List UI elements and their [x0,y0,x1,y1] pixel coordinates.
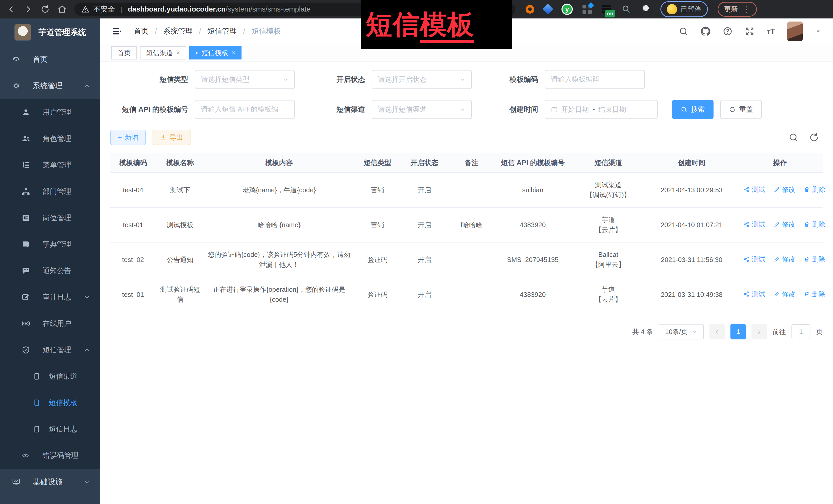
cell-type: 验证码 [354,277,401,312]
sidebar-item-departments[interactable]: 部门管理 [0,178,100,205]
sidebar-item-sms-channel[interactable]: 短信渠道 [0,363,100,389]
cell-type: 营销 [354,172,401,208]
table-header-row: 模板编码 模板名称 模板内容 短信类型 开启状态 备注 短信 API 的模板编号… [110,153,823,172]
page-number-current[interactable]: 1 [731,324,746,339]
help-icon[interactable] [723,26,733,36]
reload-icon[interactable] [41,5,50,14]
collapse-sidebar-icon[interactable] [112,26,123,37]
search-icon [681,106,687,113]
blue-gem-extension-icon[interactable] [543,4,553,15]
refresh-table-icon-button[interactable] [809,132,819,143]
cell-type: 营销 [354,208,401,242]
cell-code: test_01 [110,277,156,312]
sidebar-item-roles[interactable]: 角色管理 [0,125,100,152]
sidebar-item-sms-log[interactable]: 短信日志 [0,416,100,442]
avatar-caret-down-icon[interactable] [815,28,821,34]
test-link[interactable]: 测试 [743,185,765,195]
goto-label: 前往 [772,327,786,336]
list-on-extension-icon[interactable]: on [601,5,612,14]
browser-update-button[interactable]: 更新 ⋮ [718,2,757,17]
extensions-row: y on 已暂停 更新 ⋮ [526,1,757,17]
breadcrumb-system[interactable]: 系统管理 [163,26,193,37]
fullscreen-icon[interactable] [745,26,755,36]
edit-link[interactable]: 修改 [774,185,795,195]
sidebar-item-infrastructure[interactable]: 基础设施 [0,469,100,495]
search-button[interactable]: 搜索 [672,100,714,119]
template-code-input[interactable] [551,75,639,83]
edit-link[interactable]: 修改 [774,254,795,264]
extensions-puzzle-icon[interactable] [641,4,651,14]
delete-link[interactable]: 删除 [804,219,825,230]
tab-home[interactable]: 首页 [111,46,137,59]
sidebar-item-posts[interactable]: 岗位管理 [0,205,100,231]
home-icon[interactable] [57,5,67,14]
channel-select[interactable]: 请选择短信渠道 [372,100,472,119]
delete-link[interactable]: 删除 [804,254,825,264]
breadcrumb-home[interactable]: 首页 [134,26,149,37]
calendar-icon [551,106,557,113]
github-icon[interactable] [701,26,710,36]
book-icon [22,240,30,249]
delete-link[interactable]: 删除 [804,185,825,195]
cell-content: 哈哈哈 {name} [204,208,354,242]
warning-icon [81,5,89,13]
cell-actions: 测试 修改 删除 [737,208,823,242]
sidebar-item-sms[interactable]: 短信管理 [0,337,100,363]
page-size-select[interactable]: 10条/页 [659,324,704,339]
back-icon[interactable] [7,5,16,14]
sms-type-select[interactable]: 请选择短信类型 [195,70,295,89]
pagination: 共 4 条 10条/页 1 前往 页 [110,324,823,339]
reset-button[interactable]: 重置 [720,100,762,119]
edit-link[interactable]: 修改 [774,219,795,230]
sidebar-item-home[interactable]: 首页 [0,46,100,73]
trash-icon [804,256,810,262]
edit-link[interactable]: 修改 [774,289,795,299]
forward-icon[interactable] [24,5,33,14]
goto-page-input[interactable] [791,324,810,339]
test-link[interactable]: 测试 [743,289,765,299]
search-extension-icon[interactable] [621,4,631,14]
api-template-id-input[interactable] [201,105,289,113]
browser-profile-button[interactable]: 已暂停 [661,1,708,17]
font-size-icon[interactable]: TT [767,27,775,35]
cell-status: 开启 [401,172,448,208]
active-tab-dot: ● [195,50,198,55]
status-select[interactable]: 请选择开启状态 [372,70,472,89]
search-icon[interactable] [679,26,688,36]
test-link[interactable]: 测试 [743,219,765,230]
close-tab-icon[interactable]: × [232,49,235,56]
sidebar-item-notices[interactable]: 通知公告 [0,257,100,284]
sidebar-item-sms-template[interactable]: 短信模板 [0,389,100,416]
template-code-input-wrap [545,70,645,89]
orange-ring-extension-icon[interactable] [526,5,534,14]
tab-sms-template[interactable]: ● 短信模板 × [189,46,241,59]
sidebar-item-audit-log[interactable]: 审计日志 [0,284,100,310]
date-start-placeholder: 开始日期 [561,105,589,114]
yudao-favicon-extension-icon[interactable]: y [562,4,573,15]
tab-sms-channel[interactable]: 短信渠道 × [140,46,186,59]
export-button[interactable]: 导出 [152,130,190,145]
sidebar-item-dictionary[interactable]: 字典管理 [0,231,100,257]
prev-page-button[interactable] [709,324,725,339]
breadcrumb-sms[interactable]: 短信管理 [207,26,237,37]
date-range-picker[interactable]: 开始日期 - 结束日期 [545,100,658,119]
sidebar-item-system[interactable]: 系统管理 [0,73,100,99]
url-separator: | [119,5,124,13]
delete-link[interactable]: 删除 [804,289,825,299]
close-tab-icon[interactable]: × [176,49,180,56]
chevron-up-icon [84,346,90,353]
test-link[interactable]: 测试 [743,254,765,264]
cell-status: 开启 [401,208,448,242]
logo-avatar [14,24,31,41]
sidebar-item-error-codes[interactable]: </> 错误码管理 [0,442,100,469]
sidebar-item-users[interactable]: 用户管理 [0,99,100,125]
url-host: dashboard.yudao.iocoder.cn [128,5,225,13]
show-search-icon-button[interactable] [788,132,799,143]
sidebar-item-online-users[interactable]: 在线用户 [0,310,100,337]
browser-menu-icon[interactable]: ⋮ [742,5,751,14]
sidebar-item-menus[interactable]: 菜单管理 [0,152,100,178]
user-avatar[interactable] [787,22,803,41]
add-button[interactable]: + 新增 [110,130,146,145]
next-page-button[interactable] [752,324,767,339]
grid-extension-icon[interactable] [582,5,592,14]
